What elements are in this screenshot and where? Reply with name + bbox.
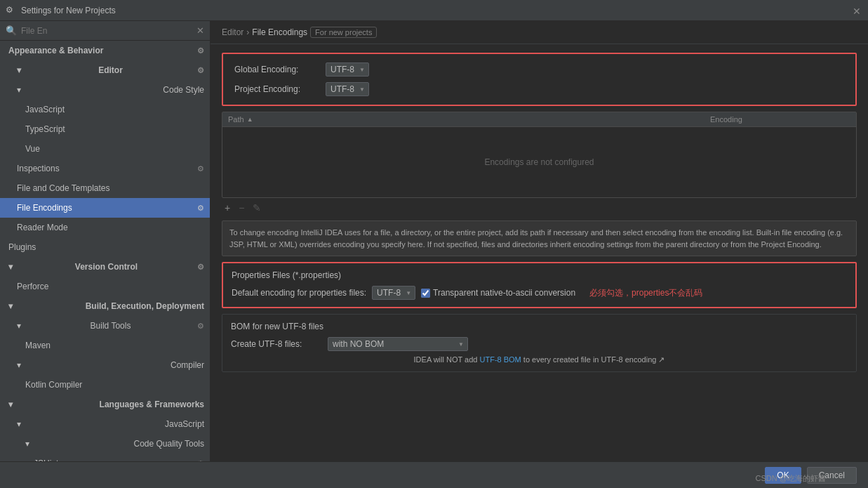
add-encoding-button[interactable]: + xyxy=(222,201,233,215)
sidebar-item-jshint[interactable]: JSHint ⚙ xyxy=(0,454,210,461)
sidebar-item-javascript2[interactable]: ▾ JavaScript xyxy=(0,414,210,434)
bom-select-wrapper: with NO BOM xyxy=(328,337,468,351)
sidebar-item-file-code-templates[interactable]: File and Code Templates xyxy=(0,178,210,198)
sidebar-item-editor[interactable]: ▾ Editor ⚙ xyxy=(0,60,210,80)
global-encoding-row: Global Encoding: UTF-8 xyxy=(234,62,844,77)
sidebar-item-reader-mode[interactable]: Reader Mode xyxy=(0,218,210,237)
expand-icon: ▾ xyxy=(17,358,21,372)
sidebar-item-maven[interactable]: Maven xyxy=(0,336,210,355)
expand-icon: ▾ xyxy=(25,437,29,451)
sidebar-item-label: Plugins xyxy=(8,240,36,254)
table-empty-message: Encodings are not configured xyxy=(222,127,856,197)
global-encoding-select[interactable]: UTF-8 xyxy=(326,62,369,77)
sidebar-item-label: Code Style xyxy=(163,83,204,97)
settings-icon: ⚙ xyxy=(197,260,204,274)
expand-icon: ▾ xyxy=(17,63,21,77)
sidebar-item-plugins[interactable]: Plugins xyxy=(0,237,210,257)
search-box: 🔍 ✕ xyxy=(0,21,210,41)
sidebar-item-label: JavaScript xyxy=(25,103,65,117)
breadcrumb: Editor › File Encodings For new projects xyxy=(211,21,868,44)
sidebar-item-label: JavaScript xyxy=(165,417,204,431)
edit-encoding-button[interactable]: ✎ xyxy=(250,201,264,215)
sidebar-item-file-encodings[interactable]: File Encodings ⚙ xyxy=(0,198,210,218)
settings-icon: ⚙ xyxy=(197,201,204,215)
encoding-table: Path ▲ Encoding Encodings are not config… xyxy=(222,112,857,198)
sidebar-item-code-quality-tools[interactable]: ▾ Code Quality Tools xyxy=(0,434,210,454)
sidebar-item-vue[interactable]: Vue xyxy=(0,139,210,159)
title-bar: ⚙ Settings for New Projects ✕ xyxy=(0,0,868,21)
sidebar-item-label: Reader Mode xyxy=(17,220,68,235)
sidebar-item-label: Code Quality Tools xyxy=(134,437,205,451)
breadcrumb-current: File Encodings xyxy=(252,27,307,37)
sidebar-item-javascript[interactable]: JavaScript xyxy=(0,100,210,119)
sidebar-item-inspections[interactable]: Inspections ⚙ xyxy=(0,159,210,178)
sidebar-item-build-exec-deploy[interactable]: ▾ Build, Execution, Deployment xyxy=(0,296,210,316)
sidebar-item-version-control[interactable]: ▾ Version Control ⚙ xyxy=(0,257,210,277)
properties-encoding-select-wrapper: UTF-8 xyxy=(372,286,415,300)
sidebar-item-label: Perforce xyxy=(17,279,48,294)
sidebar-item-label: JSHint xyxy=(34,456,58,461)
settings-icon: ⚙ xyxy=(197,63,204,77)
bom-note-prefix: IDEA will NOT add xyxy=(414,355,480,364)
transparent-checkbox-label: Transparent native-to-ascii conversion xyxy=(421,288,575,298)
breadcrumb-tag: For new projects xyxy=(310,27,377,38)
project-encoding-label: Project Encoding: xyxy=(234,84,326,94)
breadcrumb-editor: Editor xyxy=(222,27,243,37)
expand-icon: ▾ xyxy=(17,83,21,97)
properties-section-title: Properties Files (*.properties) xyxy=(232,270,847,280)
search-clear-button[interactable]: ✕ xyxy=(196,25,204,36)
sidebar-item-label: Version Control xyxy=(75,260,138,274)
settings-icon: ⚙ xyxy=(197,161,204,176)
sidebar-item-label: Languages & Frameworks xyxy=(100,397,204,411)
properties-encoding-select[interactable]: UTF-8 xyxy=(372,286,415,300)
sidebar-item-label: Maven xyxy=(25,338,51,352)
sidebar: 🔍 ✕ Appearance & Behavior ⚙ ▾ Editor ⚙ ▾… xyxy=(0,21,211,461)
project-encoding-select[interactable]: UTF-8 xyxy=(326,82,369,96)
sidebar-item-compiler[interactable]: ▾ Compiler xyxy=(0,355,210,375)
sidebar-item-label: File and Code Templates xyxy=(17,181,110,195)
expand-icon: ▾ xyxy=(17,319,21,333)
project-encoding-select-wrapper: UTF-8 xyxy=(326,82,369,96)
sidebar-item-typescript[interactable]: TypeScript xyxy=(0,119,210,139)
expand-icon: ▾ xyxy=(8,260,13,274)
sidebar-item-languages-frameworks[interactable]: ▾ Languages & Frameworks xyxy=(0,395,210,414)
sidebar-item-label: Compiler xyxy=(171,358,204,372)
bom-note-highlight: UTF-8 BOM xyxy=(480,355,521,364)
checkbox-text: Transparent native-to-ascii conversion xyxy=(433,288,575,298)
sidebar-item-kotlin-compiler[interactable]: Kotlin Compiler xyxy=(0,375,210,395)
sidebar-item-label: Appearance & Behavior xyxy=(8,44,103,58)
sidebar-item-code-style[interactable]: ▾ Code Style xyxy=(0,80,210,100)
title-bar-text: Settings for New Projects xyxy=(21,6,853,15)
sidebar-item-appearance[interactable]: Appearance & Behavior ⚙ xyxy=(0,41,210,60)
sidebar-item-label: File Encodings xyxy=(17,201,72,215)
expand-icon: ▾ xyxy=(8,397,13,411)
table-actions: + − ✎ xyxy=(211,198,868,218)
transparent-checkbox[interactable] xyxy=(421,289,430,298)
sidebar-item-label: Vue xyxy=(25,142,40,156)
remove-encoding-button[interactable]: − xyxy=(236,201,247,215)
bom-note-suffix: to every created file in UTF-8 encoding … xyxy=(521,355,665,364)
sort-arrow-icon: ▲ xyxy=(247,116,253,123)
annotation-text: 必须勾选，properties不会乱码 xyxy=(589,287,702,299)
main-content: Global Encoding: UTF-8 Project Encoding:… xyxy=(211,44,868,461)
bom-title: BOM for new UTF-8 files xyxy=(231,322,848,331)
settings-icon: ⚙ xyxy=(197,44,204,58)
bom-create-label: Create UTF-8 files: xyxy=(231,339,322,349)
table-header: Path ▲ Encoding xyxy=(222,112,856,127)
encoding-top-section: Global Encoding: UTF-8 Project Encoding:… xyxy=(222,53,857,106)
search-icon: 🔍 xyxy=(6,25,17,36)
sidebar-item-build-tools[interactable]: ▾ Build Tools ⚙ xyxy=(0,316,210,336)
breadcrumb-sep: › xyxy=(246,27,249,37)
sidebar-item-perforce[interactable]: Perforce xyxy=(0,277,210,296)
close-button[interactable]: ✕ xyxy=(853,6,862,15)
sidebar-item-label: Kotlin Compiler xyxy=(25,378,82,392)
col-encoding: Encoding xyxy=(710,115,850,124)
sidebar-item-label: Editor xyxy=(98,63,123,77)
col-path: Path ▲ xyxy=(228,115,710,124)
settings-icon: ⚙ xyxy=(197,319,204,333)
bottom-bar: CSDN @吃海的虾酱 OK Cancel xyxy=(0,461,868,488)
sidebar-item-label: Build Tools xyxy=(91,319,131,333)
bom-select[interactable]: with NO BOM xyxy=(328,337,468,351)
search-input[interactable] xyxy=(21,26,196,36)
info-box: To change encoding IntelliJ IDEA uses fo… xyxy=(222,220,857,256)
